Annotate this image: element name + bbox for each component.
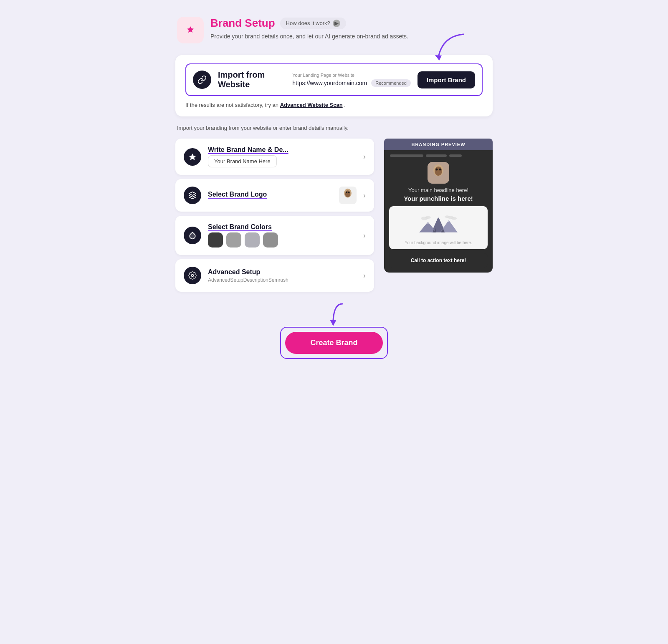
advanced-setup-title: Advanced Setup: [208, 268, 357, 276]
logo-preview: [339, 187, 357, 204]
brand-setup-icon: [177, 17, 204, 43]
header-title-row: Brand Setup How does it work? ▶: [210, 17, 408, 30]
svg-point-9: [435, 167, 442, 176]
brand-colors-content: Select Brand Colors: [208, 223, 357, 247]
star-icon: [184, 148, 201, 166]
link-icon: [193, 71, 211, 89]
brand-name-content: Write Brand Name & De... Your Brand Name…: [208, 146, 357, 167]
left-panel: Write Brand Name & De... Your Brand Name…: [175, 139, 374, 292]
import-website-section: Import from Website: [193, 70, 279, 89]
svg-marker-18: [438, 217, 439, 218]
color-swatch-2: [226, 232, 241, 247]
color-swatch-4: [263, 232, 278, 247]
chevron-right-icon: ›: [363, 271, 366, 280]
how-it-works-button[interactable]: How does it work? ▶: [280, 18, 346, 29]
preview-bar-3: [449, 154, 462, 157]
preview-top-bars: [384, 150, 493, 159]
advanced-setup-content: Advanced Setup AdvancedSetupDescriptionS…: [208, 268, 357, 283]
advanced-scan-link[interactable]: Advanced Website Scan: [280, 102, 343, 108]
svg-point-4: [346, 192, 348, 193]
svg-point-5: [348, 192, 350, 193]
recommended-badge: Recommended: [371, 79, 411, 87]
page-container: Brand Setup How does it work? ▶ Provide …: [175, 17, 493, 359]
url-section: Your Landing Page or Website https://www…: [292, 73, 411, 87]
preview-bar-1: [390, 154, 423, 157]
gear-icon: [184, 267, 201, 284]
mountain-illustration: [418, 213, 459, 238]
brand-colors-title: Select Brand Colors: [208, 223, 357, 231]
url-row: https://www.yourdomain.com Recommended: [292, 79, 411, 87]
preview-panel: BRANDING PREVIEW: [384, 139, 493, 273]
chevron-right-icon: ›: [363, 191, 366, 200]
layers-icon: [184, 187, 201, 204]
create-brand-button[interactable]: Create Brand: [285, 332, 382, 354]
header-subtitle: Provide your brand details once, and let…: [210, 32, 408, 41]
brand-logo-card[interactable]: Select Brand Logo ›: [175, 179, 374, 212]
create-brand-wrapper: Create Brand: [280, 327, 387, 359]
arrow-annotation-1: [430, 32, 468, 61]
preview-avatar: [428, 162, 449, 184]
how-it-works-label: How does it work?: [286, 20, 330, 26]
svg-marker-1: [435, 55, 442, 61]
page-title: Brand Setup: [210, 17, 275, 30]
color-swatch-1: [208, 232, 223, 247]
url-field-label: Your Landing Page or Website: [292, 73, 411, 78]
preview-bg-text: Your background image will be here.: [405, 240, 472, 245]
advanced-scan-suffix: .: [344, 102, 346, 108]
brand-name-card[interactable]: Write Brand Name & De... Your Brand Name…: [175, 139, 374, 175]
import-website-label: Import from Website: [218, 70, 279, 89]
droplet-icon: [184, 227, 201, 244]
preview-cta: Call to action text here!: [389, 253, 488, 268]
color-swatches: [208, 232, 357, 247]
svg-point-13: [425, 216, 430, 219]
sub-description: Import your branding from your website o…: [175, 125, 493, 131]
brand-logo-content: Select Brand Logo: [208, 191, 332, 200]
color-swatch-3: [245, 232, 260, 247]
svg-point-15: [451, 217, 457, 220]
preview-punchline: Your punchline is here!: [384, 194, 493, 206]
brand-name-title: Write Brand Name & De...: [208, 146, 357, 154]
svg-point-10: [436, 169, 438, 171]
advanced-setup-description: AdvancedSetupDescriptionSemrush: [208, 277, 357, 283]
brand-name-value-row: Your Brand Name Here: [208, 155, 357, 167]
preview-card: Your main headline here! Your punchline …: [384, 150, 493, 273]
play-icon: ▶: [333, 20, 340, 27]
arrow-annotation-2: [317, 302, 351, 327]
preview-label: BRANDING PREVIEW: [384, 139, 493, 150]
chevron-right-icon: ›: [363, 152, 366, 161]
chevron-right-icon: ›: [363, 231, 366, 240]
preview-image-area: Your background image will be here.: [389, 206, 488, 249]
import-website-card: Import from Website Your Landing Page or…: [175, 55, 493, 116]
preview-avatar-area: [384, 159, 493, 185]
main-layout: Write Brand Name & De... Your Brand Name…: [175, 139, 493, 292]
advanced-scan-text: If the results are not satisfactory, try…: [185, 102, 278, 108]
preview-bar-2: [426, 154, 447, 157]
brand-logo-title: Select Brand Logo: [208, 191, 332, 198]
svg-point-11: [439, 169, 441, 171]
import-website-inner: Import from Website Your Landing Page or…: [185, 63, 483, 96]
svg-point-16: [445, 215, 450, 218]
svg-point-6: [192, 275, 194, 277]
create-brand-section: Create Brand: [175, 302, 493, 359]
url-value: https://www.yourdomain.com: [292, 80, 367, 86]
brand-colors-card[interactable]: Select Brand Colors ›: [175, 216, 374, 255]
preview-headline: Your main headline here!: [384, 185, 493, 194]
import-brand-button[interactable]: Import Brand: [418, 71, 475, 88]
brand-name-value: Your Brand Name Here: [208, 155, 277, 167]
header-content: Brand Setup How does it work? ▶ Provide …: [210, 17, 408, 41]
advanced-setup-card[interactable]: Advanced Setup AdvancedSetupDescriptionS…: [175, 259, 374, 292]
svg-marker-27: [330, 320, 337, 326]
svg-point-3: [345, 190, 351, 197]
advanced-scan-note: If the results are not satisfactory, try…: [185, 102, 483, 108]
